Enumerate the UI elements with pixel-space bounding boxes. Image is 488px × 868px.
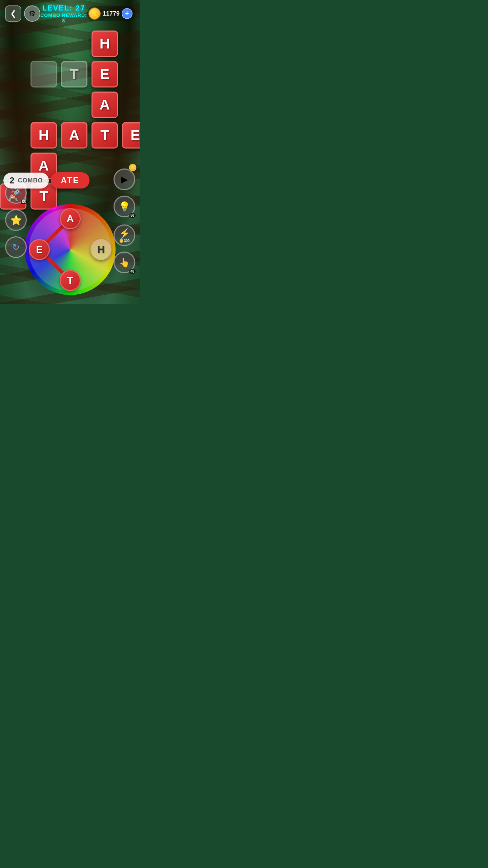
wheel-letter-text: H [97,244,105,255]
cost-amount: 300 [124,239,130,243]
cost-coin-icon: 🪙 [119,239,123,243]
video-button[interactable]: ▶ [114,169,135,190]
current-word-display: ATE [50,172,89,189]
hand-button-container: 👆 48 [114,252,135,273]
tile-letter: T [70,66,79,82]
star-icon: ⭐ [10,215,22,226]
tile-A-2: A [61,122,87,149]
level-info: LEVEL: 27 COMBO REWARD: 3 [40,4,87,23]
coin-icon: ⭐ [88,7,101,20]
combo-reward-label: COMBO REWARD: 3 [40,13,87,23]
video-icon: ▶ [121,174,128,185]
hand-icon: 👆 [119,257,130,268]
rocket-icon: 🚀 [10,188,22,199]
lightning-icon: ⚡ [119,228,130,239]
settings-button[interactable]: ⚙ [24,5,40,22]
tile-H-1: H [92,31,118,57]
star-button-container: ⭐ [5,209,27,231]
tile-letter: A [100,97,110,113]
gear-icon: ⚙ [29,9,36,18]
wheel-letter-A[interactable]: A [60,208,81,229]
letter-wheel[interactable]: A E T H [26,205,114,294]
tile-T-2: T [92,122,118,149]
tile-letter: T [39,188,48,204]
back-button[interactable]: ❮ [5,5,21,22]
rocket-badge: 55 [21,200,27,204]
wheel-letter-T[interactable]: T [60,270,81,291]
wheel-letter-text: T [67,275,73,286]
hint-button-container: 💡 56 [114,196,135,217]
back-icon: ❮ [10,9,16,18]
empty-tile [30,61,57,87]
combo-badge: 2 COMBO [3,173,49,189]
lightning-cost: 🪙 300 [119,239,130,243]
combo-number: 2 [9,175,14,186]
tile-letter: E [130,127,140,143]
level-title: LEVEL: 27 [40,4,87,13]
add-coins-button[interactable]: + [122,8,133,19]
wheel-letter-E[interactable]: E [29,239,50,260]
tile-T-1: T [61,61,87,87]
combo-label: COMBO [18,177,43,184]
wheel-letter-text: A [66,213,74,224]
lightbulb-icon: 💡 [119,201,130,212]
hand-badge: 48 [129,269,136,274]
tile-letter: A [69,127,79,143]
top-bar: ❮ ⚙ LEVEL: 27 COMBO REWARD: 3 ⭐ 11779 + [0,0,140,27]
tile-E-1: E [92,61,118,87]
star-button[interactable]: ⭐ [5,209,27,231]
refresh-icon: ↻ [12,242,20,253]
tile-letter: H [39,127,49,143]
lightning-button[interactable]: ⚡ 🪙 300 [114,224,135,246]
lightning-button-container: ⚡ 🪙 300 [114,224,135,246]
coin-display: ⭐ 11779 + [87,6,135,21]
refresh-button[interactable]: ↻ [5,236,27,258]
hint-button[interactable]: 💡 56 [114,196,135,217]
top-left-controls: ❮ ⚙ [5,5,40,22]
tile-letter: E [100,66,109,82]
tile-H-2: H [30,122,57,149]
wheel-letter-text: E [36,244,43,255]
tile-E-2: E [122,122,140,149]
tile-letter: H [100,36,110,52]
tile-A-1: A [92,92,118,118]
wheel-letter-H[interactable]: H [90,239,111,260]
hand-button[interactable]: 👆 48 [114,252,135,273]
video-button-container: ▶ 🪙 [114,169,135,190]
tile-letter: A [39,158,49,174]
refresh-button-container: ↻ [5,236,27,258]
coin-count: 11779 [103,10,120,17]
hint-badge: 56 [129,213,136,218]
tile-letter: T [100,127,109,143]
coin-stack-icon: 🪙 [128,163,137,172]
